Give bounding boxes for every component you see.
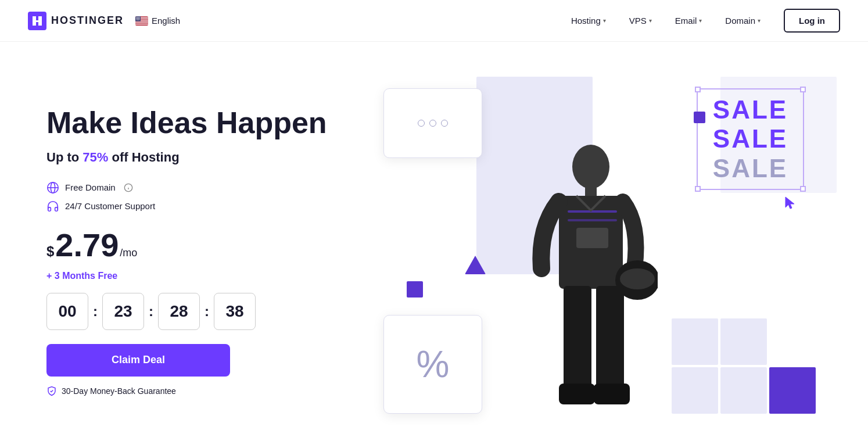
deco-square-top-right <box>694 112 705 123</box>
sale-line-1: SALE <box>713 95 788 125</box>
hero-content: Make Ideas Happen Up to 75% off Hosting … <box>46 106 349 396</box>
svg-rect-43 <box>568 219 617 221</box>
svg-point-25 <box>138 19 139 20</box>
svg-rect-38 <box>564 286 591 390</box>
timer-minutes: 23 <box>102 293 144 330</box>
svg-point-19 <box>137 18 137 19</box>
cursor-icon <box>784 196 797 214</box>
guarantee-text: 30-Day Money-Back Guarantee <box>46 386 349 396</box>
svg-point-9 <box>136 16 137 17</box>
grid-cell-3 <box>769 318 816 365</box>
headset-icon <box>46 200 59 213</box>
svg-rect-41 <box>594 384 630 404</box>
svg-point-37 <box>620 268 655 289</box>
svg-point-11 <box>138 16 138 17</box>
svg-rect-6 <box>135 22 148 23</box>
svg-rect-39 <box>596 286 624 390</box>
logo[interactable]: HOSTINGER <box>28 12 124 30</box>
hero-section: Make Ideas Happen Up to 75% off Hosting … <box>0 42 868 448</box>
feature-domain-label: Free Domain <box>65 182 116 192</box>
feature-domain: Free Domain <box>46 181 349 194</box>
grid-squares <box>672 318 816 414</box>
shield-icon <box>46 386 57 396</box>
guarantee-label: 30-Day Money-Back Guarantee <box>62 386 176 396</box>
svg-point-20 <box>138 18 138 19</box>
percent-card: % <box>383 315 482 414</box>
svg-point-24 <box>137 19 138 20</box>
claim-deal-button[interactable]: Claim Deal <box>46 344 230 377</box>
svg-point-21 <box>138 18 139 19</box>
nav-left: HOSTINGER <box>28 12 180 30</box>
discount-text: 75% <box>83 150 108 164</box>
chevron-down-icon: ▾ <box>758 17 761 24</box>
dot-1 <box>418 120 425 127</box>
svg-point-15 <box>137 17 138 18</box>
timer-sep-2: : <box>149 303 153 320</box>
subtitle-prefix: Up to <box>46 150 83 164</box>
navbar: HOSTINGER <box>0 0 868 42</box>
nav-hosting[interactable]: Hosting ▾ <box>562 11 615 30</box>
hero-subtitle: Up to 75% off Hosting <box>46 150 349 165</box>
svg-rect-7 <box>135 24 148 24</box>
logo-icon <box>28 12 46 30</box>
sale-line-2: SALE <box>713 124 788 154</box>
svg-point-33 <box>572 145 609 189</box>
sale-line-3: SALE <box>713 154 788 184</box>
grid-cell-1 <box>672 318 718 365</box>
nav-email[interactable]: Email ▾ <box>666 11 712 30</box>
corner-tr <box>800 87 806 92</box>
logo-text: HOSTINGER <box>51 15 124 27</box>
svg-point-13 <box>139 16 140 17</box>
language-selector[interactable]: English <box>135 16 180 26</box>
nav-right: Hosting ▾ VPS ▾ Email ▾ Domain ▾ Log in <box>562 9 840 33</box>
chevron-down-icon: ▾ <box>603 17 606 24</box>
dot-2 <box>429 120 436 127</box>
timer-sep-3: : <box>205 303 209 320</box>
corner-br <box>800 186 806 192</box>
timer-hours: 00 <box>46 293 88 330</box>
nav-domain[interactable]: Domain ▾ <box>716 11 770 30</box>
svg-point-26 <box>139 19 139 20</box>
svg-rect-40 <box>559 384 595 404</box>
info-icon <box>124 183 133 192</box>
grid-cell-2 <box>720 318 767 365</box>
subtitle-suffix: off Hosting <box>108 150 179 164</box>
price-period: /mo <box>120 247 137 259</box>
price-amount: 2.79 <box>55 229 119 261</box>
language-label: English <box>152 16 180 26</box>
countdown-timer: 00 : 23 : 28 : 38 <box>46 293 349 330</box>
timer-centiseconds: 38 <box>214 293 256 330</box>
globe-icon <box>46 181 59 194</box>
svg-point-10 <box>137 16 137 17</box>
price-dollar: $ <box>46 243 54 260</box>
sale-card: SALE SALE SALE <box>697 88 804 190</box>
svg-rect-34 <box>585 186 597 196</box>
svg-point-12 <box>138 16 139 17</box>
feature-support-label: 24/7 Customer Support <box>65 201 155 211</box>
hero-title: Make Ideas Happen <box>46 106 349 141</box>
nav-vps[interactable]: VPS ▾ <box>620 11 661 30</box>
bonus-text: + 3 Months Free <box>46 271 349 281</box>
chevron-down-icon: ▾ <box>699 17 702 24</box>
chevron-down-icon: ▾ <box>649 17 652 24</box>
grid-cell-6 <box>769 367 816 414</box>
feature-support: 24/7 Customer Support <box>46 200 349 213</box>
hero-visual: % SALE SALE SALE <box>372 77 822 425</box>
corner-tl <box>695 87 701 92</box>
grid-cell-5 <box>720 367 767 414</box>
deco-square-1 <box>407 281 423 298</box>
login-button[interactable]: Log in <box>784 9 840 33</box>
timer-seconds: 28 <box>158 293 200 330</box>
svg-point-16 <box>138 17 139 18</box>
person-svg <box>507 135 658 425</box>
corner-bl <box>695 186 701 192</box>
window-dots <box>418 120 448 127</box>
svg-point-14 <box>137 17 137 18</box>
svg-point-22 <box>139 18 140 19</box>
svg-point-17 <box>139 17 139 18</box>
timer-sep-1: : <box>93 303 98 320</box>
cursor-svg <box>784 196 797 211</box>
features-list: Free Domain 24/7 Customer Support <box>46 181 349 213</box>
svg-point-23 <box>137 19 137 20</box>
percent-symbol: % <box>417 346 450 383</box>
